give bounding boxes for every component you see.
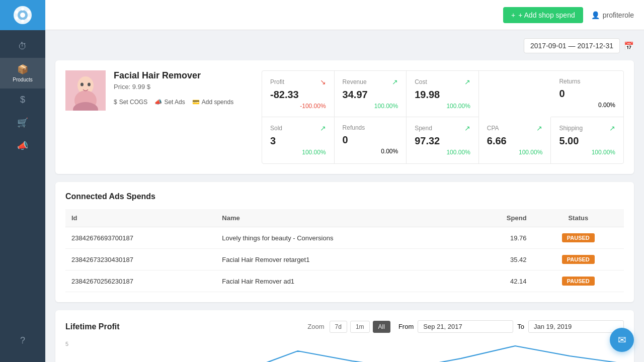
zoom-label: Zoom	[307, 323, 324, 330]
date-range-bar: 2017-09-01 — 2017-12-31 📅	[55, 38, 634, 53]
sidebar-item-help[interactable]: ?	[14, 329, 31, 352]
status-badge: PAUSED	[562, 277, 595, 286]
metric-value-Revenue: 34.97	[343, 89, 398, 101]
trend-up-icon: ↗	[320, 124, 326, 132]
ads-table: Id Name Spend Status 23842676693700187 L…	[65, 209, 624, 292]
sidebar-item-products-label: Products	[13, 77, 32, 82]
ad-status: PAUSED	[533, 249, 624, 270]
metric-cell-returns: Returns 0 0.00%	[551, 71, 623, 117]
metric-value-Returns: 0	[559, 88, 615, 100]
product-card-top: Facial Hair Remover Price: 9.99 $ $ Set …	[65, 70, 624, 164]
col-name: Name	[216, 209, 467, 227]
user-icon: 👤	[591, 11, 600, 19]
metric-header: CPA ↗	[487, 124, 543, 132]
clock-icon: ⏱	[18, 41, 27, 52]
ad-spend: 35.42	[467, 249, 533, 270]
metric-label-Sold: Sold	[270, 125, 282, 132]
to-label: To	[517, 323, 524, 330]
cart-icon: 🛒	[17, 117, 28, 128]
ad-id: 23842670256230187	[65, 270, 216, 292]
sidebar-item-orders[interactable]: 🛒	[0, 111, 45, 134]
ad-spend: 42.14	[467, 270, 533, 292]
date-inputs: From To	[398, 320, 624, 333]
svg-point-13	[88, 83, 91, 86]
sidebar-item-finance[interactable]: $	[0, 88, 45, 111]
ad-id: 23842676693700187	[65, 227, 216, 249]
add-spends-link[interactable]: 💳 Add spends	[192, 99, 233, 106]
product-image	[65, 70, 106, 111]
chat-fab[interactable]: ✉	[610, 328, 634, 352]
metric-label-Cost: Cost	[415, 78, 427, 85]
metric-cell-shipping: Shipping ↗ 5.00 100.00%	[551, 117, 623, 163]
metric-value-CPA: 6.66	[487, 135, 543, 147]
set-cogs-link[interactable]: $ Set COGS	[114, 99, 147, 106]
section-title-lifetime: Lifetime Profit	[65, 322, 120, 331]
set-ads-link[interactable]: 📣 Set Ads	[154, 99, 185, 106]
zoom-1m-button[interactable]: 1m	[350, 321, 370, 333]
metric-header: Cost ↗	[415, 78, 470, 86]
dollar-icon: $	[20, 95, 25, 105]
to-date-input[interactable]	[528, 320, 624, 333]
trend-up-icon: ↗	[464, 78, 470, 86]
page-content: 2017-09-01 — 2017-12-31 📅	[45, 30, 644, 362]
sidebar-item-marketing[interactable]: 📣	[0, 134, 45, 157]
metric-cell-refunds: Refunds 0 0.00%	[335, 117, 407, 163]
ad-status: PAUSED	[533, 270, 624, 292]
ad-spend: 19.76	[467, 227, 533, 249]
sidebar: ⏱ 📦 Products $ 🛒 📣 ?	[0, 0, 45, 362]
sidebar-logo[interactable]	[0, 0, 45, 30]
table-row: 23842676693700187 Lovely things for beau…	[65, 227, 624, 249]
topbar: + + Add shop spend 👤 profiterole	[45, 0, 644, 30]
trend-up-icon: ↗	[392, 78, 398, 86]
date-range-text[interactable]: 2017-09-01 — 2017-12-31	[524, 38, 620, 53]
zoom-7d-button[interactable]: 7d	[330, 321, 347, 333]
col-spend: Spend	[467, 209, 533, 227]
metric-change-Refunds: 0.00%	[343, 148, 398, 155]
svg-point-2	[20, 13, 25, 18]
product-details: Facial Hair Remover Price: 9.99 $ $ Set …	[114, 70, 252, 164]
sidebar-item-products[interactable]: 📦 Products	[0, 58, 45, 88]
zoom-all-button[interactable]: All	[373, 321, 390, 333]
from-date-input[interactable]	[418, 320, 513, 333]
sidebar-bottom: ?	[14, 329, 31, 362]
metric-change-CPA: 100.00%	[487, 149, 543, 156]
product-info: Facial Hair Remover Price: 9.99 $ $ Set …	[65, 70, 252, 164]
chart-line-area	[80, 341, 624, 362]
add-shop-spend-button[interactable]: + + Add shop spend	[503, 7, 583, 23]
metric-header: Profit ↘	[270, 78, 326, 86]
product-actions: $ Set COGS 📣 Set Ads 💳 Add spends	[114, 99, 252, 106]
username-label: profiterole	[603, 11, 634, 19]
metric-cell-sold: Sold ↗ 3 100.00%	[262, 117, 335, 163]
trend-up-icon: ↗	[609, 124, 615, 132]
main-content: + + Add shop spend 👤 profiterole 2017-09…	[45, 0, 644, 362]
lifetime-header: Lifetime Profit Zoom 7d 1m All From To	[65, 320, 624, 333]
calendar-icon[interactable]: 📅	[624, 41, 634, 51]
product-card: Facial Hair Remover Price: 9.99 $ $ Set …	[55, 60, 634, 174]
metric-cell-profit: Profit ↘ -82.33 -100.00%	[262, 71, 335, 117]
svg-point-5	[27, 17, 30, 20]
metric-cell-cost: Cost ↗ 19.98 100.00%	[407, 71, 479, 117]
megaphone-icon: 📣	[17, 140, 28, 151]
help-icon: ?	[20, 335, 25, 345]
svg-point-12	[80, 83, 84, 86]
user-menu[interactable]: 👤 profiterole	[591, 11, 634, 19]
metric-label-Revenue: Revenue	[343, 78, 367, 85]
metric-change-Spend: 100.00%	[415, 149, 470, 156]
metrics-grid: Profit ↘ -82.33 -100.00% Revenue ↗ 34.97…	[262, 70, 624, 164]
metric-label-Spend: Spend	[415, 125, 432, 132]
chart-svg	[80, 341, 624, 362]
sidebar-item-dashboard[interactable]: ⏱	[0, 35, 45, 58]
metric-cell-revenue: Revenue ↗ 34.97 100.00%	[335, 71, 407, 117]
metric-header: Shipping ↗	[559, 124, 615, 132]
metric-value-Shipping: 5.00	[559, 135, 615, 147]
svg-point-8	[15, 11, 18, 14]
set-cogs-label: Set COGS	[119, 99, 148, 106]
from-label: From	[398, 323, 414, 330]
ad-name: Lovely things for beauty - Conversions	[216, 227, 467, 249]
metric-cell-cpa: CPA ↗ 6.66 100.00%	[479, 117, 551, 163]
trend-up-icon: ↗	[464, 124, 470, 132]
trend-down-icon: ↘	[320, 78, 326, 86]
plus-icon: +	[511, 11, 515, 19]
metric-change-Sold: 100.00%	[270, 149, 326, 156]
lifetime-profit-section: Lifetime Profit Zoom 7d 1m All From To	[55, 310, 634, 362]
